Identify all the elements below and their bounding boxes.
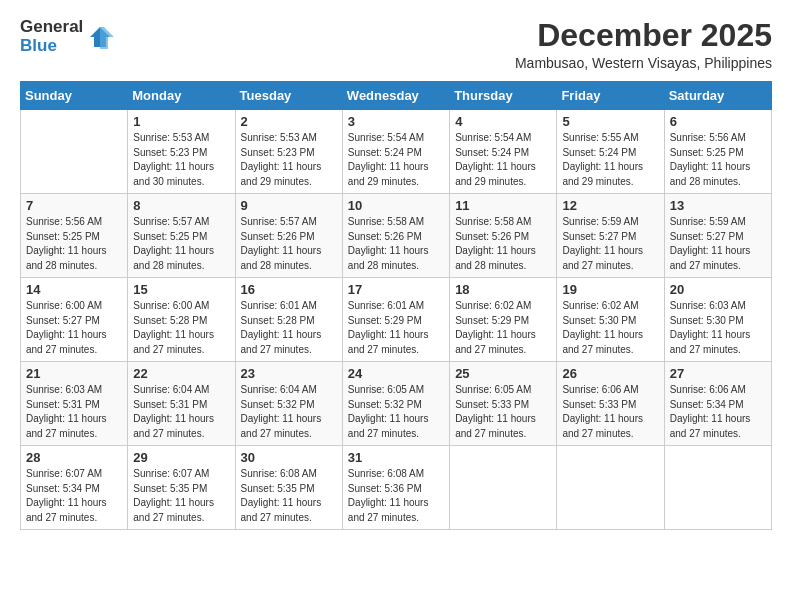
calendar-table: SundayMondayTuesdayWednesdayThursdayFrid… (20, 81, 772, 530)
calendar-cell: 9Sunrise: 5:57 AM Sunset: 5:26 PM Daylig… (235, 194, 342, 278)
day-number: 16 (241, 282, 337, 297)
calendar-cell: 22Sunrise: 6:04 AM Sunset: 5:31 PM Dayli… (128, 362, 235, 446)
day-number: 5 (562, 114, 658, 129)
calendar-cell: 21Sunrise: 6:03 AM Sunset: 5:31 PM Dayli… (21, 362, 128, 446)
header-tuesday: Tuesday (235, 82, 342, 110)
calendar-cell: 28Sunrise: 6:07 AM Sunset: 5:34 PM Dayli… (21, 446, 128, 530)
day-number: 3 (348, 114, 444, 129)
day-number: 26 (562, 366, 658, 381)
calendar-cell: 15Sunrise: 6:00 AM Sunset: 5:28 PM Dayli… (128, 278, 235, 362)
day-number: 29 (133, 450, 229, 465)
day-info: Sunrise: 6:06 AM Sunset: 5:34 PM Dayligh… (670, 383, 766, 441)
day-info: Sunrise: 5:55 AM Sunset: 5:24 PM Dayligh… (562, 131, 658, 189)
calendar-cell: 2Sunrise: 5:53 AM Sunset: 5:23 PM Daylig… (235, 110, 342, 194)
calendar-cell: 26Sunrise: 6:06 AM Sunset: 5:33 PM Dayli… (557, 362, 664, 446)
calendar-week-row: 28Sunrise: 6:07 AM Sunset: 5:34 PM Dayli… (21, 446, 772, 530)
day-number: 6 (670, 114, 766, 129)
day-info: Sunrise: 6:02 AM Sunset: 5:30 PM Dayligh… (562, 299, 658, 357)
day-info: Sunrise: 6:07 AM Sunset: 5:35 PM Dayligh… (133, 467, 229, 525)
calendar-cell (557, 446, 664, 530)
calendar-cell: 10Sunrise: 5:58 AM Sunset: 5:26 PM Dayli… (342, 194, 449, 278)
day-info: Sunrise: 6:05 AM Sunset: 5:32 PM Dayligh… (348, 383, 444, 441)
location: Mambusao, Western Visayas, Philippines (515, 55, 772, 71)
day-info: Sunrise: 6:01 AM Sunset: 5:28 PM Dayligh… (241, 299, 337, 357)
day-number: 13 (670, 198, 766, 213)
day-number: 18 (455, 282, 551, 297)
day-number: 31 (348, 450, 444, 465)
day-info: Sunrise: 6:02 AM Sunset: 5:29 PM Dayligh… (455, 299, 551, 357)
header-thursday: Thursday (450, 82, 557, 110)
day-number: 15 (133, 282, 229, 297)
calendar-cell: 19Sunrise: 6:02 AM Sunset: 5:30 PM Dayli… (557, 278, 664, 362)
page: General Blue December 2025 Mambusao, Wes… (0, 0, 792, 612)
day-number: 19 (562, 282, 658, 297)
day-info: Sunrise: 6:06 AM Sunset: 5:33 PM Dayligh… (562, 383, 658, 441)
header-friday: Friday (557, 82, 664, 110)
day-info: Sunrise: 5:54 AM Sunset: 5:24 PM Dayligh… (455, 131, 551, 189)
day-info: Sunrise: 6:04 AM Sunset: 5:32 PM Dayligh… (241, 383, 337, 441)
calendar-cell: 16Sunrise: 6:01 AM Sunset: 5:28 PM Dayli… (235, 278, 342, 362)
day-number: 27 (670, 366, 766, 381)
header-saturday: Saturday (664, 82, 771, 110)
calendar-cell: 8Sunrise: 5:57 AM Sunset: 5:25 PM Daylig… (128, 194, 235, 278)
calendar-cell: 4Sunrise: 5:54 AM Sunset: 5:24 PM Daylig… (450, 110, 557, 194)
calendar-cell: 31Sunrise: 6:08 AM Sunset: 5:36 PM Dayli… (342, 446, 449, 530)
day-info: Sunrise: 6:08 AM Sunset: 5:36 PM Dayligh… (348, 467, 444, 525)
title-block: December 2025 Mambusao, Western Visayas,… (515, 18, 772, 71)
day-info: Sunrise: 6:05 AM Sunset: 5:33 PM Dayligh… (455, 383, 551, 441)
day-info: Sunrise: 5:54 AM Sunset: 5:24 PM Dayligh… (348, 131, 444, 189)
calendar-week-row: 21Sunrise: 6:03 AM Sunset: 5:31 PM Dayli… (21, 362, 772, 446)
month-title: December 2025 (515, 18, 772, 53)
day-info: Sunrise: 6:00 AM Sunset: 5:27 PM Dayligh… (26, 299, 122, 357)
day-number: 22 (133, 366, 229, 381)
day-number: 21 (26, 366, 122, 381)
day-info: Sunrise: 5:56 AM Sunset: 5:25 PM Dayligh… (26, 215, 122, 273)
header: General Blue December 2025 Mambusao, Wes… (20, 18, 772, 71)
day-number: 23 (241, 366, 337, 381)
calendar-week-row: 14Sunrise: 6:00 AM Sunset: 5:27 PM Dayli… (21, 278, 772, 362)
day-number: 25 (455, 366, 551, 381)
day-number: 12 (562, 198, 658, 213)
calendar-cell: 7Sunrise: 5:56 AM Sunset: 5:25 PM Daylig… (21, 194, 128, 278)
svg-marker-1 (100, 27, 114, 49)
day-info: Sunrise: 6:07 AM Sunset: 5:34 PM Dayligh… (26, 467, 122, 525)
day-number: 14 (26, 282, 122, 297)
calendar-cell (664, 446, 771, 530)
day-number: 8 (133, 198, 229, 213)
calendar-cell: 14Sunrise: 6:00 AM Sunset: 5:27 PM Dayli… (21, 278, 128, 362)
calendar-cell: 1Sunrise: 5:53 AM Sunset: 5:23 PM Daylig… (128, 110, 235, 194)
day-info: Sunrise: 5:58 AM Sunset: 5:26 PM Dayligh… (455, 215, 551, 273)
logo: General Blue (20, 18, 114, 55)
calendar-cell: 11Sunrise: 5:58 AM Sunset: 5:26 PM Dayli… (450, 194, 557, 278)
header-sunday: Sunday (21, 82, 128, 110)
calendar-week-row: 1Sunrise: 5:53 AM Sunset: 5:23 PM Daylig… (21, 110, 772, 194)
logo-general-text: General (20, 18, 83, 37)
day-info: Sunrise: 6:04 AM Sunset: 5:31 PM Dayligh… (133, 383, 229, 441)
day-number: 30 (241, 450, 337, 465)
day-number: 11 (455, 198, 551, 213)
day-number: 1 (133, 114, 229, 129)
calendar-cell: 18Sunrise: 6:02 AM Sunset: 5:29 PM Dayli… (450, 278, 557, 362)
day-number: 24 (348, 366, 444, 381)
calendar-cell: 12Sunrise: 5:59 AM Sunset: 5:27 PM Dayli… (557, 194, 664, 278)
day-number: 20 (670, 282, 766, 297)
header-wednesday: Wednesday (342, 82, 449, 110)
logo-icon (86, 23, 114, 51)
day-info: Sunrise: 6:03 AM Sunset: 5:30 PM Dayligh… (670, 299, 766, 357)
day-number: 9 (241, 198, 337, 213)
calendar-cell: 5Sunrise: 5:55 AM Sunset: 5:24 PM Daylig… (557, 110, 664, 194)
day-number: 10 (348, 198, 444, 213)
calendar-week-row: 7Sunrise: 5:56 AM Sunset: 5:25 PM Daylig… (21, 194, 772, 278)
calendar-cell: 29Sunrise: 6:07 AM Sunset: 5:35 PM Dayli… (128, 446, 235, 530)
calendar-cell: 24Sunrise: 6:05 AM Sunset: 5:32 PM Dayli… (342, 362, 449, 446)
day-number: 28 (26, 450, 122, 465)
day-info: Sunrise: 5:57 AM Sunset: 5:25 PM Dayligh… (133, 215, 229, 273)
calendar-cell: 25Sunrise: 6:05 AM Sunset: 5:33 PM Dayli… (450, 362, 557, 446)
day-info: Sunrise: 6:01 AM Sunset: 5:29 PM Dayligh… (348, 299, 444, 357)
calendar-cell: 27Sunrise: 6:06 AM Sunset: 5:34 PM Dayli… (664, 362, 771, 446)
day-info: Sunrise: 5:58 AM Sunset: 5:26 PM Dayligh… (348, 215, 444, 273)
calendar-cell: 20Sunrise: 6:03 AM Sunset: 5:30 PM Dayli… (664, 278, 771, 362)
day-info: Sunrise: 5:59 AM Sunset: 5:27 PM Dayligh… (670, 215, 766, 273)
day-info: Sunrise: 5:57 AM Sunset: 5:26 PM Dayligh… (241, 215, 337, 273)
day-info: Sunrise: 5:56 AM Sunset: 5:25 PM Dayligh… (670, 131, 766, 189)
